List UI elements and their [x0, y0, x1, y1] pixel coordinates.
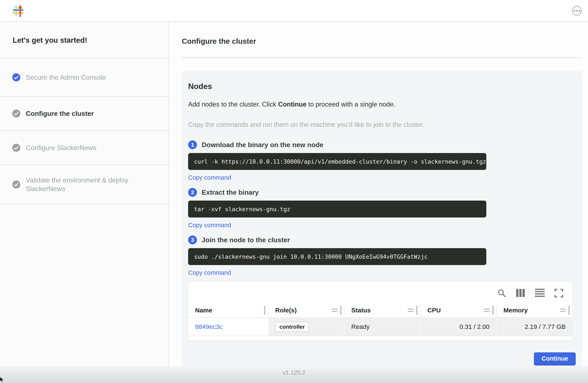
sidebar-item-label: Configure SlackerNews [26, 144, 96, 152]
column-label: CPU [427, 307, 441, 314]
intro-text: Add nodes to the cluster. Click [188, 101, 278, 108]
sidebar-item-label: Validate the environment & deploy Slacke… [26, 176, 136, 193]
cell-node-name: 8849ec3c [188, 318, 268, 336]
check-circle-icon [12, 144, 20, 152]
column-resize-handle[interactable] [264, 306, 266, 315]
search-icon[interactable] [497, 289, 506, 298]
nodes-intro: Add nodes to the cluster. Click Continue… [188, 101, 576, 108]
nodes-table: Name Role(s) Status CPU [188, 282, 573, 340]
card-actions: Continue [188, 352, 576, 365]
main-content: Configure the cluster Nodes Add nodes to… [169, 22, 588, 366]
step-3-title: Join the node to the cluster [202, 236, 290, 244]
join-hint: Copy the commands and run them on the ma… [188, 121, 576, 128]
intro-bold: Continue [278, 101, 306, 108]
column-header-roles[interactable]: Role(s) [268, 303, 344, 318]
check-circle-icon [12, 73, 20, 81]
column-resize-handle[interactable] [568, 306, 570, 315]
column-header-status[interactable]: Status [344, 303, 420, 318]
check-circle-icon [12, 109, 20, 118]
sidebar-item-configure-cluster[interactable]: Configure the cluster [0, 97, 169, 131]
table-row: 8849ec3c controller Ready 0.31 / 2.00 2.… [188, 318, 572, 336]
step-3-badge: 3 [188, 235, 197, 244]
copy-command-link-1[interactable]: Copy command [188, 174, 231, 181]
column-label: Memory [504, 307, 528, 314]
sidebar-item-validate-deploy[interactable]: Validate the environment & deploy Slacke… [0, 165, 169, 204]
nodes-card: Nodes Add nodes to the cluster. Click Co… [182, 71, 582, 366]
sidebar-item-label: Secure the Admin Console [26, 73, 106, 82]
cell-node-memory: 2.19 / 7.77 GB [496, 318, 572, 336]
intro-text: to proceed with a single node. [306, 101, 396, 108]
drag-indicator-icon[interactable] [332, 309, 337, 312]
drag-indicator-icon[interactable] [484, 309, 490, 312]
app-footer: v1.125.2 [0, 366, 588, 383]
drag-indicator-icon[interactable] [560, 309, 566, 312]
step-1-badge: 1 [188, 140, 197, 149]
command-box-join: sudo ./slackernews-gnu join 10.0.0.11:30… [188, 248, 486, 265]
node-name-link[interactable]: 8849ec3c [195, 323, 223, 330]
slackernews-logo-icon [12, 4, 24, 18]
column-resize-handle[interactable] [416, 306, 418, 315]
step-2-title: Extract the binary [202, 189, 259, 196]
column-label: Status [351, 307, 371, 314]
sidebar-item-configure-slackernews[interactable]: Configure SlackerNews [0, 131, 169, 165]
setup-sidebar: Let's get you started! Secure the Admin … [0, 22, 169, 366]
sidebar-title: Let's get you started! [0, 22, 169, 59]
command-box-download: curl -k https://10.0.0.11:30000/api/v1/e… [188, 153, 486, 170]
table-header-row: Name Role(s) Status CPU [188, 303, 572, 318]
view-columns-icon[interactable] [516, 289, 525, 298]
check-circle-icon [12, 181, 20, 189]
app-header [0, 0, 588, 22]
ellipsis-dot [579, 10, 580, 11]
cell-node-roles: controller [268, 318, 344, 336]
column-label: Name [195, 307, 212, 314]
command-box-extract: tar -xvf slackernews-gnu.tgz [188, 201, 486, 217]
mouse-cursor [0, 377, 4, 383]
command-text: sudo ./slackernews-gnu join 10.0.0.11:30… [194, 254, 428, 260]
sidebar-item-label: Configure the cluster [26, 109, 94, 118]
column-resize-handle[interactable] [340, 306, 341, 315]
ellipsis-dot [574, 10, 575, 11]
step-2-badge: 2 [188, 188, 197, 197]
column-label: Role(s) [275, 307, 297, 314]
copy-command-link-3[interactable]: Copy command [188, 269, 231, 276]
overflow-menu-button[interactable] [572, 6, 582, 16]
step-1-title: Download the binary on the new node [202, 141, 323, 149]
step-3-header: 3 Join the node to the cluster [188, 235, 576, 244]
drag-indicator-icon[interactable] [408, 309, 414, 312]
column-header-name[interactable]: Name [188, 303, 268, 318]
command-text: tar -xvf slackernews-gnu.tgz [194, 206, 290, 213]
step-2-header: 2 Extract the binary [188, 188, 576, 197]
cell-node-status: Ready [344, 318, 420, 336]
table-toolbar [188, 282, 572, 303]
page-title: Configure the cluster [182, 37, 582, 45]
cell-node-cpu: 0.31 / 2.00 [420, 318, 496, 336]
command-text: curl -k https://10.0.0.11:30000/api/v1/e… [194, 158, 486, 165]
version-label: v1.125.2 [283, 369, 305, 376]
column-resize-handle[interactable] [492, 306, 494, 315]
copy-command-link-2[interactable]: Copy command [188, 222, 231, 229]
role-chip: controller [275, 322, 309, 332]
column-header-cpu[interactable]: CPU [420, 303, 496, 318]
nodes-heading: Nodes [188, 82, 576, 91]
sidebar-item-secure-admin-console[interactable]: Secure the Admin Console [0, 59, 169, 97]
column-header-memory[interactable]: Memory [496, 303, 572, 318]
step-1-header: 1 Download the binary on the new node [188, 140, 576, 149]
title-divider [182, 58, 582, 58]
ellipsis-dot [576, 10, 578, 11]
density-icon[interactable] [535, 288, 545, 298]
fullscreen-icon[interactable] [554, 289, 564, 298]
continue-button[interactable]: Continue [534, 352, 576, 365]
